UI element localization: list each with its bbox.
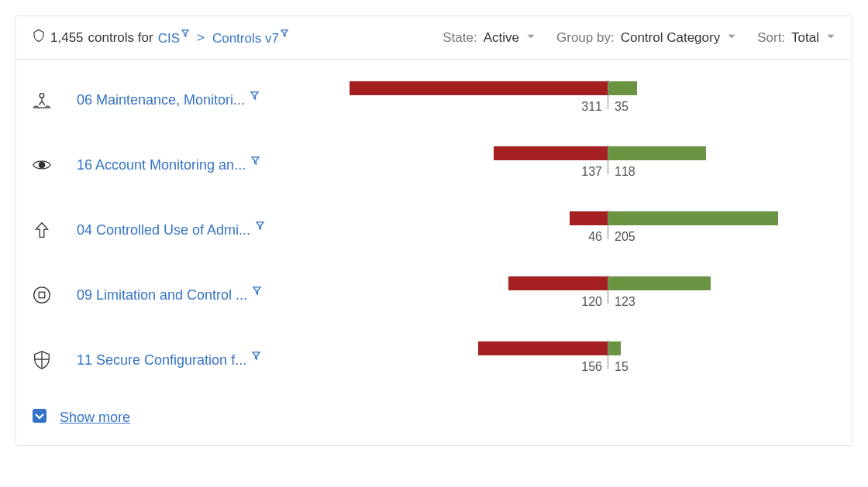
chart-axis <box>608 80 608 109</box>
state-select[interactable]: State: Active <box>443 30 536 46</box>
eye-icon <box>32 155 77 175</box>
value-right: 123 <box>615 295 636 309</box>
controls-label: controls for <box>88 30 153 46</box>
category-bar-chart: 31135 <box>325 80 836 120</box>
bar-right <box>608 211 778 225</box>
chart-axis <box>608 145 608 174</box>
category-name-link[interactable]: 06 Maintenance, Monitori... <box>77 92 325 108</box>
chart-axis <box>608 275 608 304</box>
bar-right <box>608 146 706 160</box>
chart-axis <box>608 340 608 369</box>
chevron-down-icon <box>525 30 536 46</box>
panel-header: 1,455 controls for CIS > Controls v7 Sta… <box>16 16 852 60</box>
category-bar-chart: 137118 <box>325 145 836 185</box>
breadcrumb-controls-v7[interactable]: Controls v7 <box>212 29 288 46</box>
panel-footer: Show more <box>16 393 852 445</box>
show-more-link[interactable]: Show more <box>60 410 130 426</box>
value-left: 156 <box>581 360 602 374</box>
chevron-down-icon <box>825 30 836 46</box>
value-left: 311 <box>581 100 602 114</box>
chart-axis <box>608 210 608 239</box>
up-arrow-icon <box>32 220 77 240</box>
bar-left <box>494 146 608 160</box>
svg-point-2 <box>39 162 44 167</box>
groupby-select[interactable]: Group by: Control Category <box>556 30 737 46</box>
filter-icon[interactable] <box>250 91 259 100</box>
chevron-down-icon <box>726 30 737 46</box>
value-right: 118 <box>615 165 636 179</box>
filter-icon[interactable] <box>253 286 261 295</box>
svg-rect-7 <box>33 409 46 423</box>
category-bar-chart: 15615 <box>325 340 836 380</box>
filter-icon[interactable] <box>256 221 264 230</box>
controls-panel: 1,455 controls for CIS > Controls v7 Sta… <box>16 15 852 446</box>
bar-right <box>608 276 711 290</box>
control-category-rows: 06 Maintenance, Monitori...3113516 Accou… <box>16 60 852 393</box>
svg-rect-4 <box>39 292 44 297</box>
control-category-row: 09 Limitation and Control ...120123 <box>16 262 852 328</box>
control-category-row: 04 Controlled Use of Admi...46205 <box>16 197 852 262</box>
bar-right <box>608 81 637 95</box>
control-category-row: 16 Account Monitoring an...137118 <box>16 132 852 197</box>
svg-point-3 <box>34 287 50 303</box>
control-category-row: 11 Secure Configuration f...15615 <box>16 328 852 393</box>
breadcrumb-separator: > <box>197 30 205 46</box>
bar-right <box>608 341 621 355</box>
category-name-link[interactable]: 16 Account Monitoring an... <box>77 157 325 173</box>
filter-icon[interactable] <box>251 156 260 165</box>
controls-count: 1,455 <box>50 30 84 46</box>
value-right: 15 <box>615 360 629 374</box>
bar-left <box>570 211 608 225</box>
header-controls: State: Active Group by: Control Category… <box>443 30 836 46</box>
expand-icon[interactable] <box>32 408 47 427</box>
value-left: 137 <box>581 165 602 179</box>
filter-icon[interactable] <box>252 352 260 360</box>
bar-left <box>350 81 608 95</box>
control-category-row: 06 Maintenance, Monitori...31135 <box>16 67 852 132</box>
value-right: 205 <box>615 230 636 244</box>
category-bar-chart: 46205 <box>325 210 836 250</box>
filter-icon[interactable] <box>181 29 189 37</box>
value-left: 46 <box>588 230 602 244</box>
stop-icon <box>32 285 77 305</box>
category-name-link[interactable]: 04 Controlled Use of Admi... <box>77 222 325 238</box>
category-name-link[interactable]: 09 Limitation and Control ... <box>77 287 325 304</box>
value-right: 35 <box>615 100 629 114</box>
category-name-link[interactable]: 11 Secure Configuration f... <box>77 352 325 369</box>
bar-left <box>508 276 608 290</box>
bar-left <box>478 341 608 355</box>
breadcrumb-cis[interactable]: CIS <box>158 29 189 46</box>
maintenance-icon <box>32 90 77 110</box>
header-title: 1,455 controls for CIS > Controls v7 <box>32 29 288 46</box>
svg-point-0 <box>40 94 44 98</box>
shield-grid-icon <box>32 350 77 370</box>
value-left: 120 <box>581 295 602 309</box>
sort-select[interactable]: Sort: Total <box>757 30 836 46</box>
shield-icon <box>32 29 46 46</box>
category-bar-chart: 120123 <box>325 275 836 315</box>
filter-icon[interactable] <box>281 29 288 37</box>
